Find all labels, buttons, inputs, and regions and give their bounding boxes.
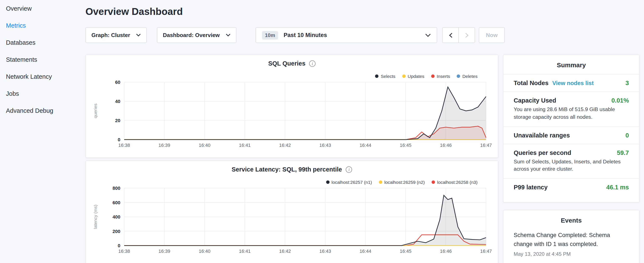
graph-dropdown-label: Graph: Cluster	[92, 32, 130, 38]
svg-text:0: 0	[118, 243, 120, 248]
svg-text:16:43: 16:43	[319, 143, 331, 148]
event-text: Schema Change Completed: Schema change w…	[514, 231, 629, 249]
svg-text:16:43: 16:43	[319, 248, 331, 254]
svg-text:16:38: 16:38	[118, 248, 130, 254]
app-viewport: Overview Metrics Databases Statements Ne…	[0, 0, 644, 263]
time-pager	[442, 27, 475, 43]
svg-text:16:45: 16:45	[400, 143, 412, 148]
svg-text:16:44: 16:44	[360, 143, 371, 148]
info-icon[interactable]	[346, 166, 352, 173]
legend-dot-icon	[379, 180, 382, 184]
svg-text:800: 800	[112, 185, 120, 191]
time-back-button[interactable]	[442, 27, 459, 43]
chart-title: SQL Queries	[268, 60, 305, 67]
svg-text:16:44: 16:44	[360, 248, 371, 254]
now-button[interactable]: Now	[479, 27, 505, 43]
sidebar-item-metrics[interactable]: Metrics	[0, 17, 82, 34]
legend-item[interactable]: localhost:26258 (n3)	[432, 180, 478, 185]
sql-queries-chart-card: SQL Queries SelectsUpdatesInsertsDeletes…	[86, 55, 498, 158]
svg-text:latency (ms): latency (ms)	[93, 205, 98, 229]
svg-text:16:46: 16:46	[440, 248, 452, 254]
service-latency-plot[interactable]: 16:3816:3916:4016:4116:4216:4316:4416:45…	[91, 185, 493, 258]
svg-text:16:38: 16:38	[118, 143, 130, 148]
svg-text:16:47: 16:47	[480, 143, 492, 148]
legend-item[interactable]: Selects	[375, 74, 396, 79]
svg-text:16:40: 16:40	[199, 248, 210, 254]
chevron-down-icon	[136, 34, 141, 37]
sidebar-item-overview[interactable]: Overview	[0, 0, 82, 17]
page-title: Overview Dashboard	[86, 6, 183, 18]
dashboard-dropdown[interactable]: Dashboard: Overview	[157, 27, 236, 43]
info-icon[interactable]	[309, 60, 316, 67]
sidebar-item-jobs[interactable]: Jobs	[0, 85, 82, 102]
svg-text:16:39: 16:39	[158, 143, 170, 148]
sidebar-item-advanced-debug[interactable]: Advanced Debug	[0, 102, 82, 119]
legend-label: localhost:26258 (n3)	[437, 180, 478, 185]
svg-text:16:47: 16:47	[480, 248, 492, 254]
legend-dot-icon	[326, 180, 329, 184]
chevron-down-icon	[425, 34, 431, 37]
sidebar: Overview Metrics Databases Statements Ne…	[0, 0, 82, 263]
summary-label: Unavailable ranges	[514, 132, 570, 139]
summary-value: 59.7	[617, 149, 629, 156]
chevron-left-icon	[449, 33, 452, 38]
legend-label: Deletes	[462, 74, 478, 79]
summary-row-queries-per-second: Queries per second 59.7 Sum of Selects, …	[504, 144, 639, 178]
summary-description: Sum of Selects, Updates, Inserts, and De…	[514, 158, 629, 173]
legend-dot-icon	[432, 180, 435, 184]
summary-label: Queries per second	[514, 149, 571, 156]
legend-label: localhost:26257 (n1)	[332, 180, 372, 185]
chevron-right-icon	[465, 33, 468, 38]
svg-text:60: 60	[115, 80, 120, 85]
sidebar-item-databases[interactable]: Databases	[0, 34, 82, 51]
event-timestamp: May 13, 2020 at 4:45 PM	[514, 251, 629, 257]
summary-row-p99-latency: P99 latency 46.1 ms	[504, 178, 639, 196]
summary-value: 46.1 ms	[606, 184, 629, 191]
dashboard-dropdown-label: Dashboard: Overview	[163, 32, 220, 38]
time-forward-button[interactable]	[458, 27, 475, 43]
summary-title: Summary	[504, 55, 639, 74]
event-item: Schema Change Completed: Schema change w…	[504, 229, 639, 257]
chart-legend: SelectsUpdatesInsertsDeletes	[375, 74, 478, 79]
view-nodes-list-link[interactable]: View nodes list	[552, 80, 594, 86]
legend-item[interactable]: localhost:26257 (n1)	[326, 180, 372, 185]
time-range-badge: 10m	[262, 31, 278, 39]
legend-item[interactable]: Deletes	[457, 74, 478, 79]
svg-text:16:41: 16:41	[239, 143, 251, 148]
legend-item[interactable]: Inserts	[431, 74, 450, 79]
chart-legend: localhost:26257 (n1)localhost:26259 (n2)…	[326, 180, 478, 185]
svg-text:16:46: 16:46	[440, 143, 452, 148]
graph-dropdown[interactable]: Graph: Cluster	[86, 27, 147, 43]
svg-text:16:42: 16:42	[279, 143, 291, 148]
sidebar-item-network-latency[interactable]: Network Latency	[0, 68, 82, 85]
legend-item[interactable]: localhost:26259 (n2)	[379, 180, 424, 185]
summary-label: Capacity Used	[514, 97, 556, 104]
sql-queries-plot[interactable]: 16:3816:3916:4016:4116:4216:4316:4416:45…	[91, 80, 493, 152]
svg-text:600: 600	[112, 200, 120, 205]
legend-item[interactable]: Updates	[402, 74, 424, 79]
svg-text:16:41: 16:41	[239, 248, 251, 254]
svg-text:16:42: 16:42	[279, 248, 291, 254]
legend-dot-icon	[431, 75, 434, 78]
time-range-label: Past 10 Minutes	[284, 32, 327, 38]
summary-row-unavailable-ranges: Unavailable ranges 0	[504, 126, 639, 144]
summary-value: 0.01%	[612, 97, 629, 104]
time-range-picker[interactable]: 10m Past 10 Minutes	[256, 27, 437, 43]
svg-text:16:40: 16:40	[199, 143, 210, 148]
legend-dot-icon	[375, 75, 379, 78]
summary-row-total-nodes: Total Nodes View nodes list 3	[504, 74, 639, 92]
svg-text:400: 400	[112, 214, 120, 220]
chart-header: SQL Queries	[86, 60, 498, 67]
summary-panel: Summary Total Nodes View nodes list 3 Ca…	[503, 55, 640, 203]
events-title: Events	[504, 210, 639, 229]
chart-title: Service Latency: SQL, 99th percentile	[232, 166, 342, 173]
legend-label: Selects	[381, 74, 396, 79]
summary-row-capacity-used: Capacity Used 0.01% You are using 28.6 M…	[504, 92, 639, 126]
sidebar-item-statements[interactable]: Statements	[0, 51, 82, 68]
svg-text:queries: queries	[93, 104, 98, 118]
legend-dot-icon	[402, 75, 406, 78]
legend-label: Updates	[408, 74, 424, 79]
svg-text:0: 0	[118, 137, 120, 142]
legend-dot-icon	[457, 75, 460, 78]
svg-text:200: 200	[112, 229, 120, 234]
